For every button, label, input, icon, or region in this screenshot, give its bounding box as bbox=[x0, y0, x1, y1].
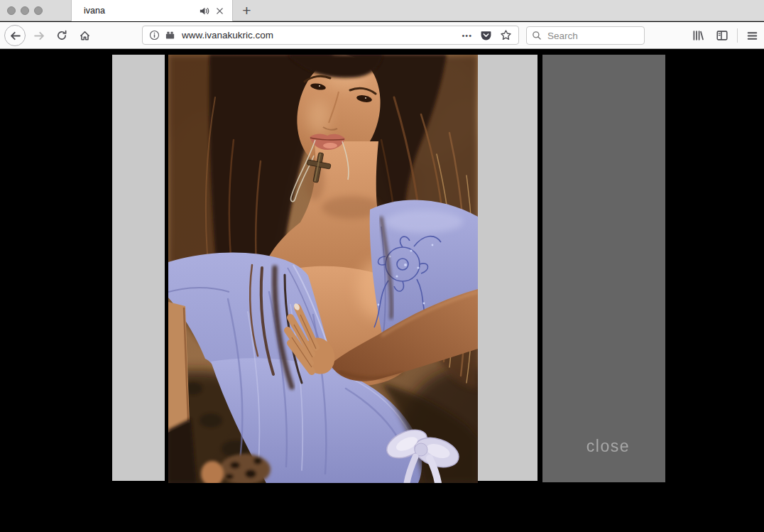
search-bar[interactable] bbox=[526, 26, 645, 45]
browser-window: ivana + bbox=[0, 0, 764, 532]
plugin-brick-icon[interactable] bbox=[165, 30, 175, 40]
right-gray-strip bbox=[478, 55, 537, 481]
forward-icon bbox=[33, 30, 45, 42]
reload-button[interactable] bbox=[51, 25, 72, 46]
search-input[interactable] bbox=[546, 30, 639, 42]
reload-icon bbox=[56, 30, 67, 41]
forward-button[interactable] bbox=[28, 25, 50, 46]
library-button[interactable] bbox=[687, 25, 709, 46]
page-content: close bbox=[0, 49, 764, 532]
bookmark-star-icon[interactable] bbox=[500, 29, 512, 41]
back-button[interactable] bbox=[4, 25, 26, 46]
hamburger-menu-icon bbox=[746, 30, 758, 42]
home-button[interactable] bbox=[74, 25, 95, 46]
site-info-icon[interactable] bbox=[149, 30, 160, 40]
close-button[interactable]: close bbox=[586, 437, 630, 456]
window-controls bbox=[7, 6, 43, 15]
sidebar-icon bbox=[716, 29, 728, 42]
toolbar-separator bbox=[737, 28, 738, 43]
tab-audio-playing-icon[interactable] bbox=[197, 4, 210, 17]
window-minimize-button[interactable] bbox=[21, 6, 29, 15]
window-close-button[interactable] bbox=[7, 6, 16, 15]
window-zoom-button[interactable] bbox=[34, 6, 43, 15]
model-photo-art bbox=[168, 55, 478, 483]
tab-bar: ivana + bbox=[0, 0, 764, 21]
library-icon bbox=[692, 29, 704, 42]
page-actions-icon[interactable]: ••• bbox=[462, 31, 472, 40]
menu-button[interactable] bbox=[741, 25, 763, 46]
right-gray-panel: close bbox=[542, 55, 665, 482]
pocket-icon[interactable] bbox=[480, 29, 492, 41]
url-bar[interactable]: www.ivanakukric.com ••• bbox=[142, 26, 519, 45]
left-gray-strip bbox=[112, 55, 165, 481]
home-icon bbox=[79, 30, 91, 42]
url-text[interactable]: www.ivanakukric.com bbox=[182, 30, 462, 40]
search-icon bbox=[532, 31, 542, 40]
model-photo bbox=[168, 55, 478, 483]
sidebar-button[interactable] bbox=[711, 25, 733, 46]
tab-title: ivana bbox=[78, 6, 195, 16]
new-tab-icon: + bbox=[242, 2, 251, 19]
back-icon bbox=[9, 30, 21, 42]
tab-ivana[interactable]: ivana bbox=[71, 0, 233, 21]
new-tab-button[interactable]: + bbox=[234, 0, 260, 21]
navigation-toolbar: www.ivanakukric.com ••• bbox=[0, 22, 764, 49]
tab-close-icon[interactable] bbox=[213, 4, 226, 17]
